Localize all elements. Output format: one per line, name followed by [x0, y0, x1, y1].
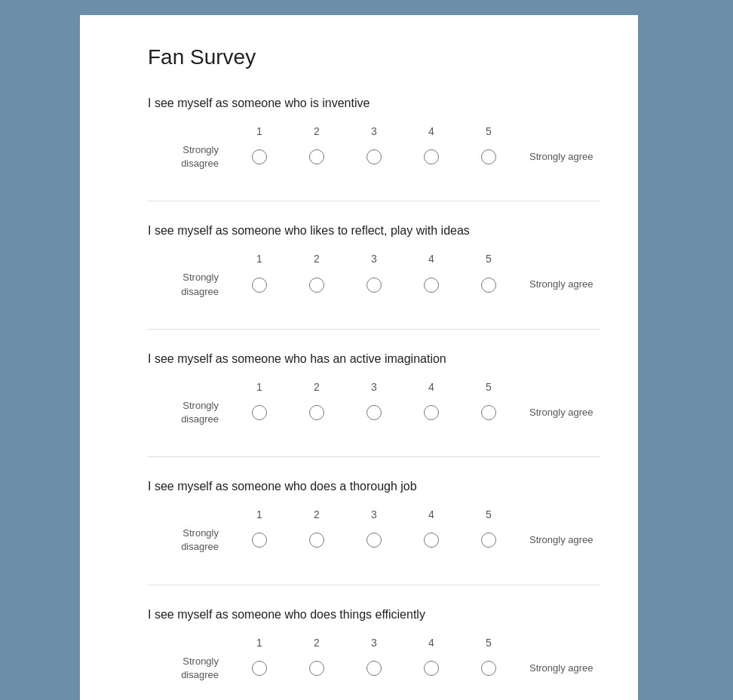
scale-number-3-3: 3 [345, 381, 403, 393]
divider-3 [148, 456, 600, 457]
radio-wrapper-5-1 [231, 661, 288, 676]
scale-number-5-4: 4 [403, 637, 460, 649]
radio-5-2[interactable] [309, 661, 324, 676]
radio-4-4[interactable] [424, 533, 439, 548]
scale-number-3-1: 1 [231, 381, 288, 393]
radio-wrapper-5-4 [403, 661, 460, 676]
radio-wrapper-1-5 [460, 149, 517, 164]
radio-4-5[interactable] [481, 533, 496, 548]
radio-wrapper-4-5 [460, 533, 517, 548]
question-text-2: I see myself as someone who likes to ref… [148, 224, 600, 238]
rating-numbers-row-4: 12345 [148, 508, 600, 520]
scale-number-1-2: 2 [288, 125, 345, 137]
radio-4-3[interactable] [366, 533, 382, 548]
radio-5-1[interactable] [252, 661, 267, 676]
radio-wrapper-1-2 [288, 149, 345, 164]
radio-2-4[interactable] [424, 278, 439, 293]
scale-number-4-1: 1 [231, 508, 288, 520]
rating-inputs-row-5: Strongly disagreeStrongly agree [148, 655, 600, 682]
scale-number-1-1: 1 [231, 125, 288, 137]
rating-numbers-row-3: 12345 [148, 381, 600, 393]
radio-5-5[interactable] [481, 661, 496, 676]
divider-4 [148, 585, 600, 585]
radio-3-3[interactable] [366, 405, 382, 420]
rating-inputs-row-1: Strongly disagreeStrongly agree [148, 143, 600, 170]
question-block-1: I see myself as someone who is inventive… [148, 97, 600, 170]
radio-group-1 [231, 149, 517, 164]
question-block-2: I see myself as someone who likes to ref… [148, 224, 600, 298]
radio-4-2[interactable] [309, 533, 324, 548]
radio-2-5[interactable] [481, 278, 496, 293]
radio-wrapper-3-5 [460, 405, 517, 420]
radio-wrapper-2-5 [460, 278, 517, 293]
radio-3-4[interactable] [424, 405, 439, 420]
question-text-3: I see myself as someone who has an activ… [148, 352, 600, 366]
radio-2-2[interactable] [309, 278, 324, 293]
radio-wrapper-4-2 [288, 533, 345, 548]
strongly-agree-label-1: Strongly agree [517, 150, 600, 164]
radio-wrapper-5-2 [288, 661, 345, 676]
questions-container: I see myself as someone who is inventive… [148, 97, 600, 682]
rating-numbers-row-1: 12345 [148, 125, 600, 137]
scale-number-4-2: 2 [288, 508, 345, 520]
radio-5-4[interactable] [424, 661, 439, 676]
scale-number-3-2: 2 [288, 381, 345, 393]
question-text-4: I see myself as someone who does a thoro… [148, 480, 600, 493]
radio-5-3[interactable] [366, 661, 382, 676]
radio-group-3 [231, 405, 517, 420]
radio-1-1[interactable] [252, 149, 267, 164]
scale-number-4-4: 4 [403, 508, 460, 520]
radio-wrapper-2-4 [403, 278, 460, 293]
divider-1 [148, 201, 600, 201]
question-text-5: I see myself as someone who does things … [148, 608, 600, 622]
radio-3-2[interactable] [309, 405, 324, 420]
rating-numbers-row-5: 12345 [148, 637, 600, 649]
strongly-disagree-label-3: Strongly disagree [148, 399, 231, 426]
scale-number-1-4: 4 [403, 125, 460, 137]
rating-inputs-row-3: Strongly disagreeStrongly agree [148, 399, 600, 426]
scale-number-2-2: 2 [288, 253, 345, 265]
radio-wrapper-1-4 [403, 149, 460, 164]
scale-number-2-5: 5 [460, 253, 517, 265]
strongly-disagree-label-2: Strongly disagree [148, 271, 231, 298]
radio-group-4 [231, 533, 517, 548]
radio-3-5[interactable] [481, 405, 496, 420]
scale-number-2-1: 1 [231, 253, 288, 265]
scale-number-3-5: 5 [460, 381, 517, 393]
radio-wrapper-2-3 [345, 278, 403, 293]
radio-1-3[interactable] [366, 149, 382, 164]
radio-4-1[interactable] [252, 533, 267, 548]
radio-1-4[interactable] [424, 149, 439, 164]
radio-2-3[interactable] [366, 278, 382, 293]
radio-wrapper-3-3 [345, 405, 403, 420]
radio-wrapper-1-3 [345, 149, 403, 164]
scale-number-4-3: 3 [345, 508, 403, 520]
radio-wrapper-2-2 [288, 278, 345, 293]
scale-number-5-3: 3 [345, 637, 403, 649]
strongly-agree-label-5: Strongly agree [517, 662, 600, 675]
scale-number-5-5: 5 [460, 637, 517, 649]
radio-3-1[interactable] [252, 405, 267, 420]
strongly-agree-label-3: Strongly agree [517, 406, 600, 419]
strongly-agree-label-2: Strongly agree [517, 278, 600, 291]
survey-form: Fan Survey I see myself as someone who i… [80, 15, 638, 700]
scale-number-2-3: 3 [345, 253, 403, 265]
radio-wrapper-3-2 [288, 405, 345, 420]
scale-number-4-5: 5 [460, 508, 517, 520]
scale-number-2-4: 4 [403, 253, 460, 265]
radio-wrapper-3-1 [231, 405, 288, 420]
question-block-4: I see myself as someone who does a thoro… [148, 480, 600, 554]
radio-wrapper-2-1 [231, 278, 288, 293]
radio-wrapper-3-4 [403, 405, 460, 420]
question-text-1: I see myself as someone who is inventive [148, 97, 600, 110]
radio-wrapper-1-1 [231, 149, 288, 164]
strongly-disagree-label-4: Strongly disagree [148, 527, 231, 554]
radio-1-5[interactable] [481, 149, 496, 164]
radio-2-1[interactable] [252, 278, 267, 293]
radio-wrapper-5-3 [345, 661, 403, 676]
strongly-agree-label-4: Strongly agree [517, 533, 600, 547]
strongly-disagree-label-1: Strongly disagree [148, 143, 231, 170]
question-block-5: I see myself as someone who does things … [148, 608, 600, 682]
radio-1-2[interactable] [309, 149, 324, 164]
scale-number-5-2: 2 [288, 637, 345, 649]
